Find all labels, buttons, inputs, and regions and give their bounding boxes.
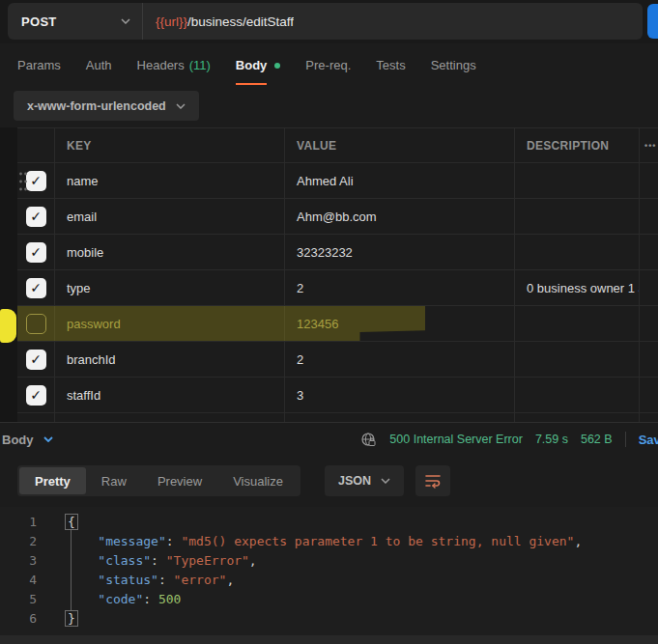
param-description[interactable] xyxy=(515,342,640,377)
table-row: ✓ type 2 0 business owner 1 ad xyxy=(17,270,658,306)
url-path: /business/editStaff xyxy=(187,14,294,29)
line-number: 2 xyxy=(0,532,37,551)
tab-label: Params xyxy=(17,58,61,72)
tab-body[interactable]: Body xyxy=(236,58,281,72)
chevron-down-icon xyxy=(176,103,186,109)
response-meta-bar: Body 500 Internal Server Error 7.59 s 56… xyxy=(0,423,658,456)
send-button[interactable] xyxy=(647,4,658,39)
column-description: DESCRIPTION xyxy=(515,128,640,162)
url-input[interactable]: {{url}}/business/editStaff xyxy=(143,14,294,29)
method-label: POST xyxy=(21,14,121,29)
chevron-down-icon xyxy=(381,478,390,484)
param-description[interactable] xyxy=(515,306,640,341)
row-checkbox[interactable]: ✓ xyxy=(26,314,46,334)
tab-params[interactable]: Params xyxy=(17,58,61,72)
method-selector[interactable]: POST xyxy=(8,3,143,40)
table-row: ✓ password 123456 xyxy=(17,306,658,342)
line-number: 1 xyxy=(0,513,37,532)
param-value[interactable]: 32323232 xyxy=(285,235,515,269)
body-type-selector[interactable]: x-www-form-urlencoded xyxy=(14,91,199,121)
param-value[interactable]: 2 xyxy=(285,342,515,377)
chevron-down-icon xyxy=(43,436,53,442)
row-checkbox[interactable]: ✓ xyxy=(26,278,46,298)
param-key[interactable]: staffId xyxy=(55,378,285,412)
param-description[interactable] xyxy=(515,235,640,269)
row-checkbox[interactable]: ✓ xyxy=(26,350,46,370)
row-checkbox[interactable]: ✓ xyxy=(26,207,46,227)
response-time: 7.59 s xyxy=(535,433,568,446)
view-tab-pretty[interactable]: Pretty xyxy=(19,467,86,494)
unsaved-changes-dot xyxy=(274,63,280,69)
tab-headers[interactable]: Headers(11) xyxy=(137,58,211,72)
checkmark-icon: ✓ xyxy=(30,281,42,294)
param-description[interactable] xyxy=(515,199,640,234)
wrap-lines-icon xyxy=(424,473,442,489)
tab-auth[interactable]: Auth xyxy=(86,58,112,72)
param-key[interactable]: mobile xyxy=(55,235,285,269)
param-key[interactable]: type xyxy=(55,270,285,305)
tab-tests[interactable]: Tests xyxy=(376,58,405,72)
checkmark-icon: ✓ xyxy=(30,352,42,366)
checkmark-icon: ✓ xyxy=(30,245,42,259)
code-line: 5 "code": 500 xyxy=(0,590,658,609)
param-description[interactable] xyxy=(515,378,640,412)
param-key[interactable]: password xyxy=(55,306,285,341)
drag-handle-icon[interactable] xyxy=(18,171,28,192)
tab-pre-request[interactable]: Pre-req. xyxy=(305,58,351,72)
checkmark-icon: ✓ xyxy=(30,210,42,223)
response-body-dropdown[interactable]: Body xyxy=(2,423,53,456)
more-options-icon[interactable]: ••• xyxy=(640,128,658,162)
tab-label: Body xyxy=(236,58,268,72)
checkmark-icon: ✓ xyxy=(30,174,42,187)
row-checkbox[interactable]: ✓ xyxy=(26,171,46,191)
column-value: VALUE xyxy=(285,128,515,162)
param-value[interactable]: 123456 xyxy=(285,306,515,341)
tab-label: Tests xyxy=(376,58,405,72)
code-line: 6} xyxy=(0,609,658,629)
param-value[interactable]: Ahmed Ali xyxy=(285,163,515,198)
param-value[interactable]: Ahm@bb.com xyxy=(285,199,515,234)
tab-label: Settings xyxy=(431,58,476,72)
highlight-blob xyxy=(0,309,16,343)
tab-settings[interactable]: Settings xyxy=(431,58,476,72)
line-number: 4 xyxy=(0,571,37,590)
save-response-button[interactable]: Save xyxy=(639,433,658,447)
checkmark-icon: ✓ xyxy=(30,388,42,402)
table-row: ✓ email Ahm@bb.com xyxy=(17,199,658,235)
table-gutter xyxy=(0,127,17,422)
row-checkbox[interactable]: ✓ xyxy=(26,242,46,263)
table-row: ✓ name Ahmed Ali xyxy=(17,163,658,199)
view-tab-raw[interactable]: Raw xyxy=(86,467,142,494)
param-key[interactable]: name xyxy=(55,163,285,198)
request-tabs: Params Auth Headers(11) Body Pre-req. Te… xyxy=(0,43,658,87)
line-number: 3 xyxy=(0,551,37,571)
param-value[interactable]: 3 xyxy=(285,378,515,412)
response-format-selector[interactable]: JSON xyxy=(325,465,404,496)
param-value[interactable]: 2 xyxy=(285,270,515,305)
column-key: KEY xyxy=(55,128,285,162)
param-key[interactable]: branchId xyxy=(55,342,285,377)
response-panel: Body 500 Internal Server Error 7.59 s 56… xyxy=(0,422,658,644)
row-checkbox[interactable]: ✓ xyxy=(26,385,46,406)
response-body-code[interactable]: 1{2 "message": "md5() expects parameter … xyxy=(0,507,658,635)
wrap-lines-button[interactable] xyxy=(415,465,450,496)
tab-label: Pre-req. xyxy=(305,58,351,72)
response-code-lines: 1{2 "message": "md5() expects parameter … xyxy=(0,513,658,629)
response-stats: 500 Internal Server Error 7.59 s 562 B S… xyxy=(360,423,658,456)
param-description[interactable]: 0 business owner 1 ad xyxy=(515,270,640,305)
code-line: 4 "status": "error", xyxy=(0,571,658,590)
table-row: ✓ staffId 3 xyxy=(17,378,658,413)
view-tab-visualize[interactable]: Visualize xyxy=(217,467,299,494)
table-row-empty xyxy=(17,413,658,422)
response-view-tabs: Pretty Raw Preview Visualize xyxy=(17,465,300,496)
response-section-label: Body xyxy=(2,433,34,447)
line-number: 5 xyxy=(0,590,37,609)
body-type-label: x-www-form-urlencoded xyxy=(27,99,166,113)
view-tab-preview[interactable]: Preview xyxy=(142,467,217,494)
param-key[interactable]: email xyxy=(55,199,285,234)
param-description[interactable] xyxy=(515,163,640,198)
bottom-strip xyxy=(0,635,658,644)
table-row: ✓ branchId 2 xyxy=(17,342,658,378)
table-row: ✓ mobile 32323232 xyxy=(17,235,658,270)
params-table: KEY VALUE DESCRIPTION ••• ✓ name Ahmed A… xyxy=(0,127,658,422)
